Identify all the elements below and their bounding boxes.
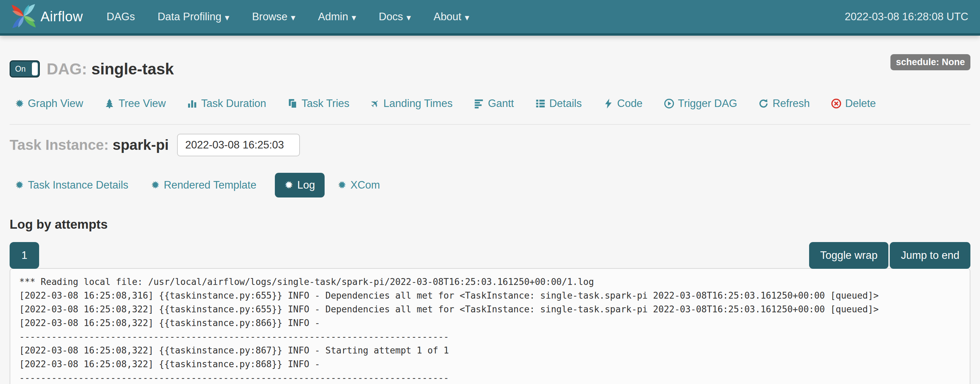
bar-chart-icon <box>187 98 197 109</box>
task-name: spark-pi <box>113 137 169 153</box>
nav-item-admin[interactable]: Admin▾ <box>307 0 368 33</box>
xcom-button[interactable]: ✹ XCom <box>338 179 380 191</box>
log-line: ----------------------------------------… <box>19 330 961 344</box>
utc-clock: 2022-03-08 16:28:08 UTC <box>845 11 968 23</box>
list-icon <box>535 98 546 109</box>
divider <box>10 124 970 125</box>
copy-icon <box>288 98 298 109</box>
page-title: DAG: single-task <box>47 60 174 78</box>
circle-x-icon <box>831 98 842 109</box>
bolt-icon <box>603 98 614 109</box>
nav-item-about[interactable]: About▾ <box>422 0 480 33</box>
task-instance-details-button[interactable]: ✹ Task Instance Details <box>15 179 128 191</box>
plane-icon: ✈ <box>368 97 382 110</box>
attempt-1-tab[interactable]: 1 <box>10 242 39 269</box>
rendered-template-button[interactable]: ✹ Rendered Template <box>151 179 256 191</box>
log-line: [2022-03-08 16:25:08,322] {{taskinstance… <box>19 357 961 371</box>
certificate-icon: ✹ <box>15 98 24 109</box>
task-instance-buttons: ✹ Task Instance Details ✹ Rendered Templ… <box>15 173 970 197</box>
log-button-active[interactable]: ✹ Log <box>275 173 325 197</box>
certificate-icon: ✹ <box>338 180 346 190</box>
navbar-menu: DAGs Data Profiling▾ Browse▾ Admin▾ Docs… <box>95 0 481 33</box>
tab-refresh[interactable]: Refresh <box>758 97 810 110</box>
chevron-down-icon: ▾ <box>465 13 469 22</box>
log-line: [2022-03-08 16:25:08,316] {{taskinstance… <box>19 289 961 302</box>
tab-code[interactable]: Code <box>603 97 643 110</box>
nav-item-dags[interactable]: DAGs <box>95 0 146 33</box>
log-line: [2022-03-08 16:25:08,322] {{taskinstance… <box>19 344 961 357</box>
toggle-knob <box>32 62 38 75</box>
log-attempts-row: 1 Toggle wrap Jump to end <box>10 242 970 269</box>
align-left-icon <box>474 98 484 109</box>
dag-title-prefix: DAG: <box>47 60 87 78</box>
jump-to-end-button[interactable]: Jump to end <box>890 242 970 269</box>
top-navbar: Airflow DAGs Data Profiling▾ Browse▾ Adm… <box>0 0 980 36</box>
refresh-icon <box>758 98 768 109</box>
chevron-down-icon: ▾ <box>225 13 229 22</box>
brand-name: Airflow <box>40 9 83 24</box>
tab-task-duration[interactable]: Task Duration <box>187 97 266 110</box>
certificate-icon: ✹ <box>15 180 24 190</box>
log-line: [2022-03-08 16:25:08,322] {{taskinstance… <box>19 316 961 330</box>
certificate-icon: ✹ <box>151 180 159 190</box>
task-instance-row: Task Instance: spark-pi <box>10 134 970 156</box>
dag-pause-toggle[interactable]: On <box>10 60 40 78</box>
schedule-badge: schedule: None <box>891 54 970 70</box>
airflow-brand[interactable]: Airflow <box>10 3 83 31</box>
tab-delete[interactable]: Delete <box>831 97 876 110</box>
tab-gantt[interactable]: Gantt <box>474 97 514 110</box>
chevron-down-icon: ▾ <box>352 13 356 22</box>
chevron-down-icon: ▾ <box>291 13 296 22</box>
task-instance-title: Task Instance: spark-pi <box>10 137 169 153</box>
tab-trigger-dag[interactable]: Trigger DAG <box>664 97 737 110</box>
certificate-icon: ✹ <box>285 180 293 190</box>
nav-item-browse[interactable]: Browse▾ <box>240 0 306 33</box>
tab-tree-view[interactable]: Tree View <box>104 97 166 110</box>
tab-graph-view[interactable]: ✹ Graph View <box>15 97 83 110</box>
nav-item-docs[interactable]: Docs▾ <box>368 0 422 33</box>
tab-task-tries[interactable]: Task Tries <box>288 97 350 110</box>
tree-icon <box>104 98 115 109</box>
execution-date-input[interactable] <box>177 134 300 156</box>
play-circle-icon <box>664 98 674 109</box>
chevron-down-icon: ▾ <box>406 13 411 22</box>
toggle-on-label: On <box>11 65 26 74</box>
log-line: ----------------------------------------… <box>19 371 961 384</box>
tab-details[interactable]: Details <box>535 97 582 110</box>
dag-name: single-task <box>91 60 173 78</box>
tab-landing-times[interactable]: ✈ Landing Times <box>371 97 453 110</box>
log-output-box[interactable]: *** Reading local file: /usr/local/airfl… <box>10 268 970 384</box>
toggle-wrap-button[interactable]: Toggle wrap <box>809 242 888 269</box>
dag-view-tabs: ✹ Graph View Tree View Task Duration Tas… <box>15 97 970 110</box>
log-line: [2022-03-08 16:25:08,322] {{taskinstance… <box>19 302 961 316</box>
log-by-attempts-heading: Log by attempts <box>10 217 970 232</box>
task-instance-label: Task Instance: <box>10 137 109 153</box>
nav-item-data-profiling[interactable]: Data Profiling▾ <box>146 0 240 33</box>
dag-header: On DAG: single-task schedule: None <box>10 60 970 78</box>
airflow-pinwheel-logo-icon <box>10 3 37 31</box>
log-line: *** Reading local file: /usr/local/airfl… <box>19 275 961 289</box>
